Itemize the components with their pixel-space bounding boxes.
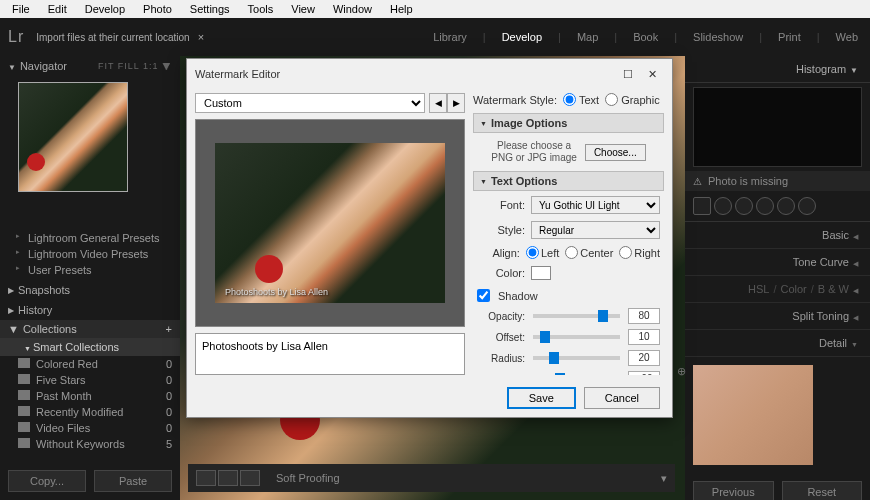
preset-item[interactable]: Lightroom General Presets — [0, 230, 180, 246]
menu-settings[interactable]: Settings — [182, 2, 238, 16]
spot-tool-icon[interactable] — [714, 197, 732, 215]
opacity-label: Opacity: — [477, 311, 525, 322]
shadow-checkbox[interactable] — [477, 289, 490, 302]
tonecurve-section[interactable]: Tone Curve◀ — [685, 249, 870, 276]
menu-develop[interactable]: Develop — [77, 2, 133, 16]
collection-item[interactable]: Colored Red0 — [0, 356, 180, 372]
menu-window[interactable]: Window — [325, 2, 380, 16]
color-label: Color: — [477, 267, 525, 279]
loupe-view-icon[interactable] — [196, 470, 216, 486]
hsl-section[interactable]: HSL/Color/B & W◀ — [685, 276, 870, 303]
compare-view-icon[interactable] — [240, 470, 260, 486]
image-options-header[interactable]: Image Options — [473, 113, 664, 133]
histogram-display — [693, 87, 862, 167]
copy-button[interactable]: Copy... — [8, 470, 86, 492]
cancel-button[interactable]: Cancel — [584, 387, 660, 409]
watermark-text-input[interactable] — [202, 340, 458, 352]
left-panel: ▼Navigator FIT FILL 1:1 ⯆ Lightroom Gene… — [0, 56, 180, 500]
module-slideshow[interactable]: Slideshow — [693, 31, 743, 43]
prev-preset-button[interactable]: ◀ — [429, 93, 447, 113]
font-label: Font: — [477, 199, 525, 211]
navigator-thumbnail[interactable] — [18, 82, 128, 192]
radius-slider[interactable] — [533, 356, 620, 360]
paste-button[interactable]: Paste — [94, 470, 172, 492]
detail-section[interactable]: Detail▼ — [685, 330, 870, 357]
color-swatch[interactable] — [531, 266, 551, 280]
watermark-editor-dialog: Watermark Editor ☐ ✕ Custom ◀ ▶ Photosho… — [186, 58, 673, 418]
align-left-radio[interactable]: Left — [526, 246, 559, 259]
collection-item[interactable]: Video Files0 — [0, 420, 180, 436]
radial-tool-icon[interactable] — [777, 197, 795, 215]
module-map[interactable]: Map — [577, 31, 598, 43]
smart-collections[interactable]: ▼ Smart Collections — [0, 338, 180, 356]
histogram-header[interactable]: Histogram▼ — [685, 56, 870, 83]
soft-proofing-label[interactable]: Soft Proofing — [276, 472, 340, 484]
collection-item[interactable]: Recently Modified0 — [0, 404, 180, 420]
font-style-select[interactable]: Regular — [531, 221, 660, 239]
collection-item[interactable]: Five Stars0 — [0, 372, 180, 388]
right-panel: Histogram▼ Photo is missing Basic◀ Tone … — [685, 56, 870, 500]
align-center-radio[interactable]: Center — [565, 246, 613, 259]
collections-header[interactable]: ▼Collections+ — [0, 320, 180, 338]
angle-value[interactable]: - 90 — [628, 371, 660, 375]
navigator-zoom-options[interactable]: FIT FILL 1:1 ⯆ — [98, 61, 172, 71]
basic-section[interactable]: Basic◀ — [685, 222, 870, 249]
offset-label: Offset: — [477, 332, 525, 343]
module-print[interactable]: Print — [778, 31, 801, 43]
watermark-style-label: Watermark Style: — [473, 94, 557, 106]
watermark-text-field[interactable] — [195, 333, 465, 375]
crop-tool-icon[interactable] — [693, 197, 711, 215]
before-after-icon[interactable] — [218, 470, 238, 486]
snapshots-header[interactable]: ▶Snapshots — [0, 280, 180, 300]
module-develop[interactable]: Develop — [502, 31, 542, 43]
photo-missing-warning: Photo is missing — [685, 171, 870, 191]
offset-slider[interactable] — [533, 335, 620, 339]
offset-value[interactable]: 10 — [628, 329, 660, 345]
menu-file[interactable]: File — [4, 2, 38, 16]
module-web[interactable]: Web — [836, 31, 858, 43]
choose-image-button[interactable]: Choose... — [585, 144, 646, 161]
redeye-tool-icon[interactable] — [735, 197, 753, 215]
module-picker: Library| Develop| Map| Book| Slideshow| … — [433, 31, 858, 43]
menu-edit[interactable]: Edit — [40, 2, 75, 16]
tool-strip — [685, 191, 870, 222]
menu-view[interactable]: View — [283, 2, 323, 16]
previous-button[interactable]: Previous — [693, 481, 774, 500]
preset-item[interactable]: User Presets — [0, 262, 180, 278]
opacity-slider[interactable] — [533, 314, 620, 318]
menu-tools[interactable]: Tools — [240, 2, 282, 16]
maximize-icon[interactable]: ☐ — [616, 65, 640, 83]
radius-label: Radius: — [477, 353, 525, 364]
close-icon[interactable]: ✕ — [640, 65, 664, 83]
close-message-icon[interactable]: × — [198, 31, 204, 43]
history-header[interactable]: ▶History — [0, 300, 180, 320]
radius-value[interactable]: 20 — [628, 350, 660, 366]
menu-help[interactable]: Help — [382, 2, 421, 16]
gradient-tool-icon[interactable] — [756, 197, 774, 215]
save-button[interactable]: Save — [507, 387, 576, 409]
graphic-style-radio[interactable]: Graphic — [605, 93, 660, 106]
collection-item[interactable]: Past Month0 — [0, 388, 180, 404]
align-label: Align: — [477, 247, 520, 259]
text-style-radio[interactable]: Text — [563, 93, 599, 106]
preset-list: Lightroom General Presets Lightroom Vide… — [0, 228, 180, 280]
detail-thumbnail[interactable] — [693, 365, 813, 465]
module-library[interactable]: Library — [433, 31, 467, 43]
align-right-radio[interactable]: Right — [619, 246, 660, 259]
splittoning-section[interactable]: Split Toning◀ — [685, 303, 870, 330]
text-options-header[interactable]: Text Options — [473, 171, 664, 191]
dialog-title: Watermark Editor — [195, 68, 280, 80]
navigator-header[interactable]: ▼Navigator FIT FILL 1:1 ⯆ — [0, 56, 180, 76]
preset-item[interactable]: Lightroom Video Presets — [0, 246, 180, 262]
brush-tool-icon[interactable] — [798, 197, 816, 215]
collection-item[interactable]: Without Keywords5 — [0, 436, 180, 452]
font-select[interactable]: Yu Gothic UI Light — [531, 196, 660, 214]
watermark-preset-select[interactable]: Custom — [195, 93, 425, 113]
reset-button[interactable]: Reset — [782, 481, 863, 500]
bottom-toolbar: Soft Proofing ▾ — [188, 464, 675, 492]
opacity-value[interactable]: 80 — [628, 308, 660, 324]
next-preset-button[interactable]: ▶ — [447, 93, 465, 113]
toolbar-menu-icon[interactable]: ▾ — [661, 472, 667, 485]
module-book[interactable]: Book — [633, 31, 658, 43]
menu-photo[interactable]: Photo — [135, 2, 180, 16]
